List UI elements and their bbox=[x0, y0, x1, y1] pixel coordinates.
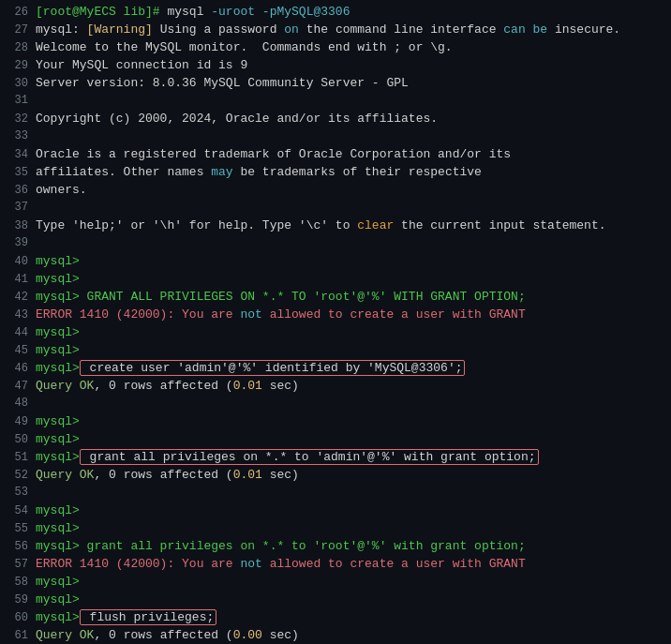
line-number: 56 bbox=[6, 540, 36, 553]
terminal-line: 54mysql> bbox=[0, 502, 671, 520]
line-number: 46 bbox=[6, 362, 36, 375]
terminal-line: 37 bbox=[0, 200, 671, 217]
line-number: 60 bbox=[6, 611, 36, 624]
line-content: Welcome to the MySQL monitor. Commands e… bbox=[36, 40, 665, 54]
terminal-line: 34Oracle is a registered trademark of Or… bbox=[0, 146, 671, 164]
line-number: 51 bbox=[6, 451, 36, 464]
line-number: 52 bbox=[6, 469, 36, 482]
line-number: 55 bbox=[6, 522, 36, 535]
terminal-line: 33 bbox=[0, 128, 671, 146]
line-number: 42 bbox=[6, 291, 36, 304]
line-content: mysql> bbox=[36, 575, 665, 589]
terminal-line: 44mysql> bbox=[0, 324, 671, 342]
terminal-line: 51mysql> grant all privileges on *.* to … bbox=[0, 449, 671, 467]
terminal-line: 41mysql> bbox=[0, 271, 671, 289]
terminal-line: 28Welcome to the MySQL monitor. Commands… bbox=[0, 39, 671, 57]
line-content: mysql> bbox=[36, 592, 665, 607]
line-number: 43 bbox=[6, 308, 36, 322]
terminal-line: 47Query OK, 0 rows affected (0.01 sec) bbox=[0, 378, 671, 396]
terminal-line: 53 bbox=[0, 485, 671, 502]
line-number: 38 bbox=[6, 219, 36, 232]
terminal-line: 48 bbox=[0, 396, 671, 413]
line-number: 53 bbox=[6, 486, 36, 499]
terminal-output: 26[root@MyECS lib]# mysql -uroot -pMySQL… bbox=[0, 4, 671, 644]
terminal-line: 60mysql> flush privileges; bbox=[0, 609, 671, 627]
line-number: 58 bbox=[6, 576, 36, 589]
line-number: 54 bbox=[6, 504, 36, 517]
line-content: Your MySQL connection id is 9 bbox=[36, 58, 665, 72]
line-content: mysql> create user 'admin'@'%' identifie… bbox=[36, 361, 665, 375]
line-number: 61 bbox=[6, 629, 36, 642]
line-number: 44 bbox=[6, 326, 36, 339]
line-number: 36 bbox=[6, 184, 36, 197]
line-content: [root@MyECS lib]# mysql -uroot -pMySQL@3… bbox=[36, 5, 665, 19]
terminal-line: 29Your MySQL connection id is 9 bbox=[0, 57, 671, 75]
terminal-line: 55mysql> bbox=[0, 520, 671, 538]
line-number: 27 bbox=[6, 23, 36, 37]
line-number: 48 bbox=[6, 397, 36, 410]
line-number: 57 bbox=[6, 558, 36, 571]
terminal-line: 36owners. bbox=[0, 182, 671, 200]
terminal-line: 38Type 'help;' or '\h' for help. Type '\… bbox=[0, 217, 671, 235]
line-content: mysql> GRANT ALL PRIVILEGES ON *.* TO 'r… bbox=[36, 290, 665, 304]
line-content: mysql> bbox=[36, 272, 665, 286]
line-content: ERROR 1410 (42000): You are not allowed … bbox=[36, 307, 665, 322]
terminal-line: 52Query OK, 0 rows affected (0.01 sec) bbox=[0, 467, 671, 485]
line-number: 49 bbox=[6, 415, 36, 428]
terminal-line: 31 bbox=[0, 93, 671, 111]
line-content: mysql> grant all privileges on *.* to 'r… bbox=[36, 539, 665, 553]
terminal-line: 46mysql> create user 'admin'@'%' identif… bbox=[0, 360, 671, 378]
terminal-line: 49mysql> bbox=[0, 413, 671, 431]
terminal-line: 35affiliates. Other names may be tradema… bbox=[0, 164, 671, 182]
line-content: owners. bbox=[36, 183, 665, 197]
terminal-line: 40mysql> bbox=[0, 253, 671, 271]
terminal-line: 42mysql> GRANT ALL PRIVILEGES ON *.* TO … bbox=[0, 289, 671, 307]
line-content: Query OK, 0 rows affected (0.01 sec) bbox=[36, 379, 665, 393]
line-number: 28 bbox=[6, 41, 36, 54]
terminal-line: 58mysql> bbox=[0, 574, 671, 592]
terminal-line: 50mysql> bbox=[0, 431, 671, 449]
line-content: mysql: [Warning] Using a password on the… bbox=[36, 22, 665, 37]
line-number: 40 bbox=[6, 255, 36, 268]
line-content: mysql> bbox=[36, 325, 665, 339]
line-content: mysql> bbox=[36, 343, 665, 357]
line-number: 59 bbox=[6, 593, 36, 607]
line-number: 39 bbox=[6, 236, 36, 249]
line-content: Copyright (c) 2000, 2024, Oracle and/or … bbox=[36, 112, 665, 126]
terminal-line: 30Server version: 8.0.36 MySQL Community… bbox=[0, 75, 671, 93]
line-number: 33 bbox=[6, 129, 36, 142]
line-content: Type 'help;' or '\h' for help. Type '\c'… bbox=[36, 218, 665, 232]
terminal-line: 39 bbox=[0, 235, 671, 253]
terminal-line: 56mysql> grant all privileges on *.* to … bbox=[0, 538, 671, 556]
line-number: 29 bbox=[6, 59, 36, 72]
line-content: mysql> grant all privileges on *.* to 'a… bbox=[36, 450, 665, 464]
terminal-window: 26[root@MyECS lib]# mysql -uroot -pMySQL… bbox=[0, 0, 671, 644]
line-number: 32 bbox=[6, 112, 36, 126]
line-content: Oracle is a registered trademark of Orac… bbox=[36, 147, 665, 161]
line-number: 50 bbox=[6, 433, 36, 446]
line-number: 35 bbox=[6, 166, 36, 179]
line-content: mysql> bbox=[36, 414, 665, 428]
line-number: 37 bbox=[6, 201, 36, 214]
terminal-line: 61Query OK, 0 rows affected (0.00 sec) bbox=[0, 627, 671, 644]
line-content: affiliates. Other names may be trademark… bbox=[36, 165, 665, 179]
line-number: 45 bbox=[6, 344, 36, 357]
line-number: 47 bbox=[6, 380, 36, 393]
terminal-line: 59mysql> bbox=[0, 592, 671, 609]
line-content: ERROR 1410 (42000): You are not allowed … bbox=[36, 557, 665, 571]
line-content: Query OK, 0 rows affected (0.01 sec) bbox=[36, 468, 665, 482]
line-content: Server version: 8.0.36 MySQL Community S… bbox=[36, 76, 665, 90]
line-number: 26 bbox=[6, 6, 36, 19]
terminal-line: 26[root@MyECS lib]# mysql -uroot -pMySQL… bbox=[0, 4, 671, 22]
terminal-line: 27mysql: [Warning] Using a password on t… bbox=[0, 22, 671, 39]
line-content: mysql> bbox=[36, 254, 665, 268]
line-content: mysql> bbox=[36, 432, 665, 446]
line-content: Query OK, 0 rows affected (0.00 sec) bbox=[36, 628, 665, 642]
line-number: 41 bbox=[6, 273, 36, 286]
line-number: 31 bbox=[6, 94, 36, 107]
terminal-line: 43ERROR 1410 (42000): You are not allowe… bbox=[0, 307, 671, 324]
line-number: 30 bbox=[6, 77, 36, 90]
terminal-line: 45mysql> bbox=[0, 342, 671, 360]
line-content: mysql> bbox=[36, 503, 665, 517]
line-content: mysql> flush privileges; bbox=[36, 610, 665, 624]
